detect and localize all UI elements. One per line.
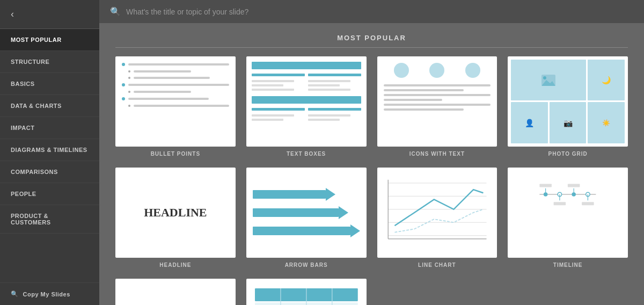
sidebar-item-people[interactable]: People	[0, 183, 99, 205]
sidebar-item-basics[interactable]: Basics	[0, 73, 99, 95]
svg-rect-21	[554, 202, 566, 205]
template-icons-with-text[interactable]: ICONS WITH TEXT	[377, 56, 497, 157]
template-label-timeline: TIMELINE	[553, 262, 583, 268]
sidebar-item-impact[interactable]: Impact	[0, 117, 99, 139]
pg-cell-moon: 🌙	[588, 60, 625, 100]
svg-rect-20	[568, 184, 580, 187]
template-thumb-bullet-points[interactable]	[115, 56, 236, 147]
sidebar: ‹ Most Popular Structure Basics Data & C…	[0, 0, 99, 305]
template-headline[interactable]: HEADLINE HEADLINE	[115, 168, 236, 268]
sidebar-item-most-popular[interactable]: Most Popular	[0, 29, 99, 51]
template-label-icons-with-text: ICONS WITH TEXT	[409, 151, 465, 157]
sidebar-item-comparisons[interactable]: Comparisons	[0, 161, 99, 183]
template-arrow-bars[interactable]: ARROW BARS	[246, 168, 367, 268]
svg-point-1	[543, 76, 546, 79]
template-thumb-icons-with-text[interactable]	[377, 56, 497, 147]
sidebar-item-data-charts[interactable]: Data & Charts	[0, 95, 99, 117]
template-label-photo-grid: PHOTO GRID	[548, 151, 588, 157]
copy-slides-button[interactable]: 🔍 Copy My Slides	[0, 282, 99, 305]
template-thumb-team-members[interactable]	[115, 279, 236, 305]
template-thumb-photo-grid[interactable]: 🌙 👤 📷 ☀️	[508, 56, 628, 147]
sidebar-item-diagrams-timelines[interactable]: Diagrams & Timelines	[0, 139, 99, 161]
sidebar-item-structure[interactable]: Structure	[0, 51, 99, 73]
template-thumb-timeline[interactable]	[508, 168, 628, 258]
sidebar-item-product-customers[interactable]: Product & Customers	[0, 205, 99, 234]
template-timeline[interactable]: TIMELINE	[508, 168, 628, 268]
search-bar: 🔍	[99, 0, 644, 23]
template-label-bullet-points: BULLET POINTS	[151, 151, 200, 157]
headline-preview-text: HEADLINE	[144, 206, 207, 220]
pg-cell-sun: ☀️	[588, 102, 625, 143]
copy-slides-label: Copy My Slides	[23, 291, 70, 297]
pg-cell-large	[511, 60, 586, 100]
svg-rect-22	[582, 202, 594, 205]
template-table[interactable]: TABLE	[246, 279, 367, 305]
template-photo-grid[interactable]: 🌙 👤 📷 ☀️ PHOTO GRID	[508, 56, 628, 157]
template-thumb-text-boxes[interactable]	[246, 56, 367, 147]
template-gallery: MOST POPULAR BULLET POINTS	[99, 23, 644, 305]
main-content: 🔍 MOST POPULAR BULLE	[99, 0, 644, 305]
section-title: MOST POPULAR	[115, 34, 628, 48]
template-thumb-table[interactable]	[246, 279, 367, 305]
back-button[interactable]: ‹	[0, 0, 99, 29]
pg-cell-person: 👤	[511, 102, 548, 143]
template-label-headline: HEADLINE	[159, 262, 191, 268]
search-icon: 🔍	[11, 291, 19, 297]
pg-cell-camera: 📷	[550, 102, 587, 143]
template-label-line-chart: LINE CHART	[418, 262, 456, 268]
template-line-chart[interactable]: LINE CHART	[377, 168, 497, 268]
template-thumb-headline[interactable]: HEADLINE	[115, 168, 236, 258]
template-grid: BULLET POINTS	[115, 56, 628, 305]
template-thumb-line-chart[interactable]	[377, 168, 497, 258]
sidebar-nav: Most Popular Structure Basics Data & Cha…	[0, 29, 99, 282]
template-team-members[interactable]: TEAM MEMBERS	[115, 279, 236, 305]
template-thumb-arrow-bars[interactable]	[246, 168, 367, 258]
template-label-arrow-bars: ARROW BARS	[285, 262, 328, 268]
template-label-text-boxes: TEXT BOXES	[287, 151, 326, 157]
template-text-boxes[interactable]: TEXT BOXES	[246, 56, 367, 157]
search-icon: 🔍	[110, 6, 121, 17]
svg-rect-19	[540, 184, 552, 187]
search-input[interactable]	[126, 8, 633, 16]
template-bullet-points[interactable]: BULLET POINTS	[115, 56, 236, 157]
